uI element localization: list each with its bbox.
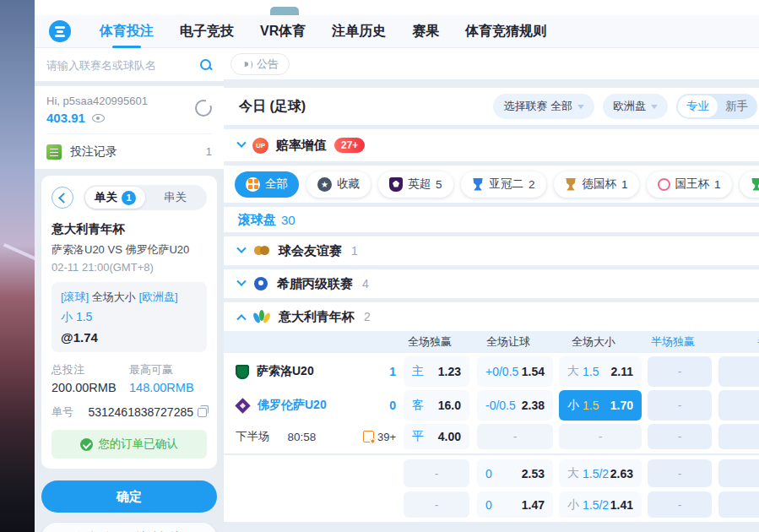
odds-value: 2.11 — [611, 365, 633, 378]
live-markets-band[interactable]: 滚球盘 30 — [224, 207, 759, 232]
header-ft-handicap: 全场让球 — [470, 331, 546, 353]
slip-league-name: 意大利青年杯 — [52, 221, 207, 237]
main-content: 公告 今日 (足球) 选择联赛 全部 欧洲盘 专业 新手 UP 赔率增值 27+ — [224, 49, 759, 532]
bet-record-icon — [46, 144, 62, 160]
check-circle-icon — [80, 438, 93, 451]
header-ft-ou: 全场大小 — [552, 331, 635, 353]
table-row-extra-2: - 0 1.47 小 1.5/2 1.41 - - — [230, 491, 759, 518]
chip-epl[interactable]: 英超 5 — [378, 171, 453, 198]
odds-cell[interactable]: +0/0.5 1.54 — [477, 356, 553, 387]
odds-label: 小 — [567, 398, 579, 413]
markets-count: 39+ — [377, 431, 396, 443]
tab-single-bet[interactable]: 单关 1 — [85, 187, 145, 209]
chip-german-cup[interactable]: 德国杯 1 — [554, 171, 639, 198]
odds-cell[interactable]: 大 1.5/2 2.63 — [559, 459, 642, 487]
header-ht-handicap[interactable]: 半场让球 — [712, 331, 759, 353]
chevron-down-icon — [577, 105, 584, 109]
chip-label: 亚冠二 — [490, 176, 524, 192]
search-icon[interactable] — [200, 59, 212, 71]
mode-pro-option[interactable]: 专业 — [678, 95, 718, 117]
chevron-down-icon — [651, 105, 658, 109]
odds-cell[interactable]: 0 2.53 — [477, 459, 553, 487]
empty-odds-cell: - — [718, 459, 759, 487]
boost-up-icon: UP — [252, 138, 268, 154]
dash: - — [435, 498, 439, 512]
odds-cell[interactable]: 大 1.5 2.11 — [559, 356, 642, 387]
copy-icon[interactable] — [198, 408, 207, 417]
announcement-pill[interactable]: 公告 — [230, 53, 290, 75]
nav-tabs: 体育投注 电子竞技 VR体育 注单历史 赛果 体育竞猜规则 — [100, 23, 546, 41]
odds-cell[interactable]: 小 1.5/2 1.41 — [559, 491, 642, 518]
table-row-away: 佛罗伦萨U20 0 客 16.0 -0/0.5 2.38 小 1.5 1.70 … — [230, 390, 759, 421]
empty-odds-cell: - — [718, 424, 759, 449]
odds-handicap: 1.5/2 — [583, 467, 609, 480]
nav-tab-vr[interactable]: VR体育 — [260, 23, 306, 41]
odds-value: 1.23 — [438, 365, 461, 378]
live-label: 滚球盘 — [238, 212, 276, 228]
chip-copa-del-rey[interactable]: 国王杯 1 — [647, 171, 732, 198]
chip-favorites[interactable]: ★ 收藏 — [306, 171, 371, 198]
max-win-label: 最高可赢 — [129, 362, 207, 377]
stadium-photo-strip — [0, 0, 35, 532]
league-select-dropdown[interactable]: 选择联赛 全部 — [493, 94, 594, 119]
refresh-icon[interactable] — [195, 100, 212, 117]
title-band: 今日 (足球) 选择联赛 全部 欧洲盘 专业 新手 — [224, 88, 759, 125]
league-filter-chips: 全部 ★ 收藏 英超 5 亚冠二 2 德国杯 1 国王杯 1 意大利杯 — [224, 166, 759, 203]
section-italy-youth-cup[interactable]: 意大利青年杯 2 — [224, 302, 759, 331]
chip-all[interactable]: 全部 — [235, 171, 299, 198]
dash: - — [678, 430, 682, 443]
odds-label: 0 — [485, 467, 492, 480]
user-card: Hi, p5saa420995601 403.91 投注记录 1 — [35, 86, 224, 169]
odds-cell-selected[interactable]: 小 1.5 1.70 — [559, 390, 642, 421]
odds-cell[interactable]: 0 1.47 — [477, 491, 553, 518]
odds-cell[interactable]: 平 4.00 — [404, 424, 469, 449]
nav-tab-results[interactable]: 赛果 — [412, 23, 439, 41]
section-greek-c-league[interactable]: 希腊丙级联赛 4 — [224, 269, 759, 298]
brand-logo-icon[interactable] — [49, 20, 71, 42]
eye-icon[interactable] — [92, 114, 105, 122]
nav-tab-bet-history[interactable]: 注单历史 — [332, 23, 386, 41]
divider — [224, 453, 759, 455]
announcement-label: 公告 — [257, 57, 279, 72]
market-name: 全场大小 — [92, 290, 136, 303]
dash: - — [678, 467, 682, 480]
grid-icon — [246, 177, 260, 192]
back-icon[interactable] — [52, 187, 73, 209]
mode-novice-option[interactable]: 新手 — [718, 99, 756, 114]
sidebar: Hi, p5saa420995601 403.91 投注记录 1 单关 1 串关 — [35, 49, 224, 532]
odds-value: 1.47 — [522, 498, 545, 512]
odds-handicap: 1.5/2 — [583, 498, 609, 512]
nav-tab-sports[interactable]: 体育投注 — [100, 23, 154, 41]
header-ht-1x2[interactable]: 半场独赢 — [641, 331, 705, 353]
boost-count-badge: 27+ — [334, 138, 365, 153]
empty-odds-cell: - — [648, 491, 712, 518]
odds-label: 大 — [567, 364, 579, 379]
confirm-button[interactable]: 确定 — [41, 480, 217, 513]
slip-match-time: 02-11 21:00(GMT+8) — [52, 261, 207, 274]
odds-cell[interactable]: 主 1.23 — [404, 356, 469, 387]
odds-value: 1.54 — [522, 365, 545, 378]
section-club-friendlies[interactable]: 球会友谊赛 1 — [224, 236, 759, 265]
odds-label: 0 — [485, 498, 492, 512]
total-stake-value: 200.00RMB — [52, 381, 129, 394]
odds-format-dropdown[interactable]: 欧洲盘 — [603, 94, 668, 119]
epl-league-icon — [389, 177, 403, 192]
nav-tab-rules[interactable]: 体育竞猜规则 — [465, 23, 546, 41]
chip-italy-cup[interactable]: 意大利杯 — [740, 171, 759, 198]
chevron-up-icon — [236, 314, 246, 323]
single-bet-count-badge: 1 — [122, 191, 136, 205]
dash: - — [435, 467, 439, 480]
bet-record-row[interactable]: 投注记录 1 — [46, 133, 212, 169]
chip-acl2[interactable]: 亚冠二 2 — [461, 171, 546, 198]
user-greeting: Hi, p5saa420995601 — [46, 95, 212, 107]
page-title: 今日 (足球) — [239, 98, 306, 116]
odds-boost-band[interactable]: UP 赔率增值 27+ — [224, 129, 759, 161]
keep-selection-button[interactable]: 保留选项，继续投注 — [41, 523, 217, 532]
odds-value: 2.38 — [522, 399, 545, 412]
nav-tab-esports[interactable]: 电子竞技 — [180, 23, 234, 41]
more-markets[interactable]: 39+ — [363, 424, 396, 449]
tab-parlay-bet[interactable]: 串关 — [145, 187, 205, 209]
odds-cell[interactable]: 客 16.0 — [404, 390, 469, 421]
odds-cell[interactable]: -0/0.5 2.38 — [477, 390, 553, 421]
search-input[interactable] — [46, 59, 200, 72]
